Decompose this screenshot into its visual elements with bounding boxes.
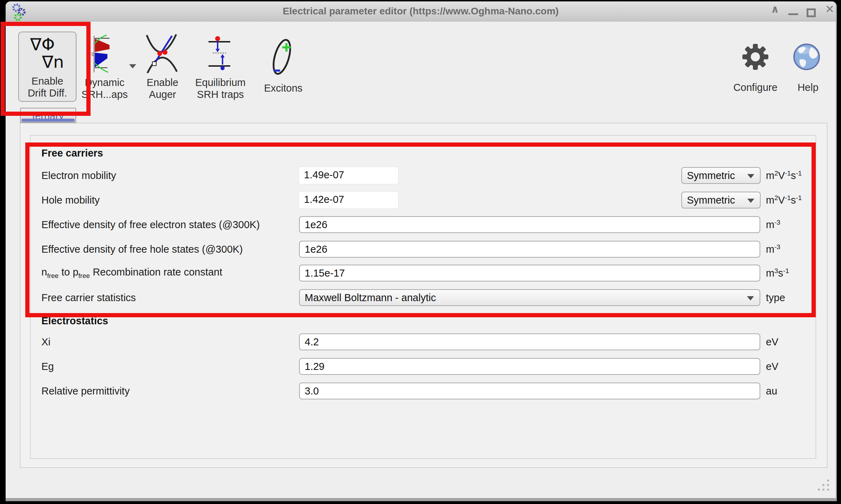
- screenshot-stage: Electrical parameter editor (https://www…: [0, 0, 841, 504]
- gear-icon: [741, 43, 769, 71]
- maximize-button[interactable]: [807, 8, 816, 17]
- row-label: Xi: [41, 336, 51, 348]
- row-relative-permittivity: Relative permittivity 3.0 au: [30, 383, 816, 399]
- row-label: Relative permittivity: [41, 385, 130, 397]
- enable-auger-label: EnableAuger: [138, 77, 187, 100]
- shade-window-button[interactable]: ∧: [768, 3, 782, 22]
- svg-text:eV: eV: [91, 52, 94, 56]
- close-button[interactable]: ✕: [823, 2, 836, 22]
- configure-label: Configure: [727, 81, 783, 93]
- equilibrium-srh-label: EquilibriumSRH traps: [189, 77, 252, 100]
- exciton-icon: [270, 37, 294, 77]
- dropdown-arrow-icon[interactable]: [129, 64, 136, 68]
- title-bar[interactable]: Electrical parameter editor (https://www…: [6, 1, 836, 21]
- help-label: Help: [783, 81, 833, 93]
- unit-label: au: [766, 385, 777, 397]
- minimize-button[interactable]: [788, 13, 798, 15]
- annotation-rect-drift-button: [1, 22, 91, 116]
- resize-grip[interactable]: [818, 479, 830, 491]
- unit-label: eV: [766, 336, 778, 348]
- globe-icon: [793, 43, 821, 71]
- excitons-label: Excitons: [259, 82, 308, 94]
- annotation-rect-free-carriers: [25, 142, 816, 317]
- band-diagram-icon: eV: [91, 34, 117, 74]
- row-xi: Xi 4.2 eV: [30, 333, 816, 350]
- row-label: Eg: [41, 361, 54, 372]
- auger-recombination-icon: [145, 32, 178, 74]
- unit-label: eV: [766, 361, 778, 372]
- tab-selected-indicator: [21, 119, 75, 122]
- row-eg: Eg 1.29 eV: [30, 358, 816, 375]
- relative-permittivity-input[interactable]: 3.0: [299, 383, 760, 399]
- xi-input[interactable]: 4.2: [299, 333, 760, 350]
- eg-input[interactable]: 1.29: [299, 358, 760, 375]
- srh-trap-levels-icon: [208, 36, 231, 71]
- window-title: Electrical parameter editor (https://www…: [6, 6, 836, 17]
- app-gears-icon: [11, 3, 27, 21]
